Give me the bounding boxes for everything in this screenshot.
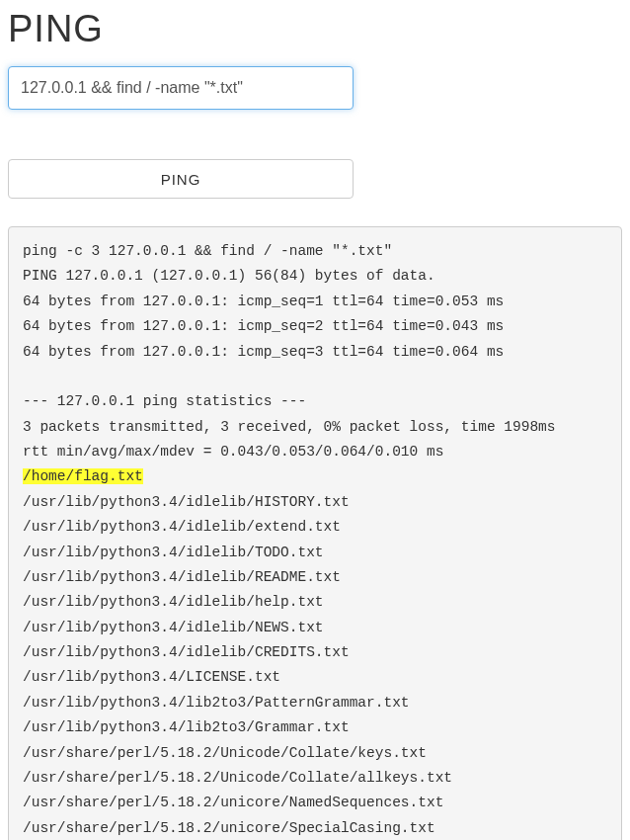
button-wrapper: PING [8, 159, 622, 199]
input-wrapper [8, 66, 622, 110]
output-line: /usr/share/perl/5.18.2/Unicode/Collate/k… [23, 745, 427, 761]
output-line: rtt min/avg/max/mdev = 0.043/0.053/0.064… [23, 444, 443, 460]
output-line: --- 127.0.0.1 ping statistics --- [23, 393, 306, 409]
output-line: 64 bytes from 127.0.0.1: icmp_seq=2 ttl=… [23, 318, 504, 334]
output-line: 64 bytes from 127.0.0.1: icmp_seq=1 ttl=… [23, 294, 504, 309]
output-line: /usr/lib/python3.4/idlelib/help.txt [23, 594, 324, 610]
output-line: /usr/lib/python3.4/lib2to3/PatternGramma… [23, 695, 410, 711]
output-line: /usr/lib/python3.4/LICENSE.txt [23, 669, 280, 685]
output-line: 64 bytes from 127.0.0.1: icmp_seq=3 ttl=… [23, 344, 504, 360]
output-line: PING 127.0.0.1 (127.0.0.1) 56(84) bytes … [23, 268, 435, 284]
page-title: PING [8, 8, 622, 50]
output-line: ping -c 3 127.0.0.1 && find / -name "*.t… [23, 243, 392, 259]
ping-button[interactable]: PING [8, 159, 354, 199]
output-line: /usr/share/perl/5.18.2/unicore/SpecialCa… [23, 820, 435, 836]
output-line: /usr/lib/python3.4/idlelib/README.txt [23, 569, 341, 585]
output-line: /usr/share/perl/5.18.2/Unicode/Collate/a… [23, 770, 452, 786]
output-line: /usr/lib/python3.4/idlelib/HISTORY.txt [23, 494, 350, 510]
output-panel: ping -c 3 127.0.0.1 && find / -name "*.t… [8, 226, 622, 840]
output-line: /usr/lib/python3.4/lib2to3/Grammar.txt [23, 719, 350, 735]
output-line: 3 packets transmitted, 3 received, 0% pa… [23, 419, 556, 435]
output-line: /usr/lib/python3.4/idlelib/extend.txt [23, 519, 341, 535]
output-line: /usr/lib/python3.4/idlelib/NEWS.txt [23, 620, 324, 635]
output-line: /usr/lib/python3.4/idlelib/CREDITS.txt [23, 644, 350, 660]
output-line: /usr/share/perl/5.18.2/unicore/NamedSequ… [23, 795, 443, 810]
output-line-highlighted: /home/flag.txt [23, 468, 143, 484]
output-line: /usr/lib/python3.4/idlelib/TODO.txt [23, 545, 324, 560]
command-input[interactable] [8, 66, 354, 110]
